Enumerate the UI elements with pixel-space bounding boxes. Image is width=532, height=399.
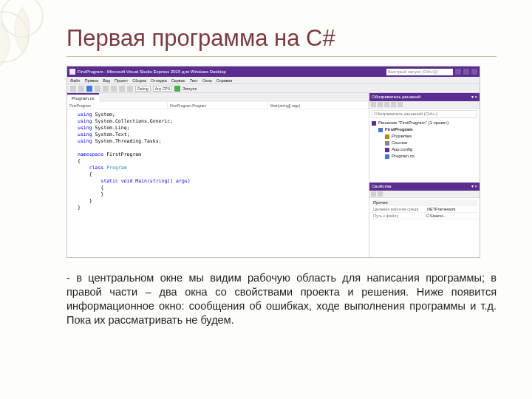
maximize-icon[interactable]	[463, 69, 469, 75]
slide-title: Первая программа на C#	[66, 25, 497, 57]
tree-appconfig[interactable]: App.config	[385, 146, 477, 153]
forward-icon[interactable]	[78, 86, 84, 92]
tree-project[interactable]: FirstProgram	[378, 126, 477, 133]
toolbar: Debug Any CPU Запуск	[67, 84, 480, 93]
back-icon[interactable]	[70, 86, 76, 92]
save-icon[interactable]	[103, 86, 109, 92]
platform-select[interactable]: Any CPU	[153, 86, 173, 92]
menu-debug[interactable]: Отладка	[151, 78, 167, 83]
menu-view[interactable]: Вид	[103, 78, 110, 83]
minimize-icon[interactable]	[455, 69, 461, 75]
editor-nav-bar: FirstProgram FirstProgram.Program Main(s…	[67, 102, 369, 109]
solution-explorer-header: Обозреватель решений ▾ ×	[369, 93, 480, 101]
show-all-icon[interactable]	[398, 102, 403, 107]
visual-studio-icon	[69, 69, 75, 75]
collapse-icon[interactable]	[384, 102, 389, 107]
menu-window[interactable]: Окно	[202, 78, 212, 83]
tree-properties[interactable]: Properties	[385, 133, 477, 140]
tree-solution-root[interactable]: Решение "FirstProgram" (1 проект)	[372, 120, 477, 126]
slide-body-text: - в центральном окне мы видим рабочую об…	[66, 271, 497, 327]
properties-panel-header: Свойства ▾ ×	[369, 183, 480, 191]
redo-icon[interactable]	[127, 86, 133, 92]
undo-icon[interactable]	[119, 86, 125, 92]
menu-bar: Файл Правка Вид Проект Сборка Отладка Се…	[67, 77, 480, 84]
tree-references[interactable]: Ссылки	[385, 140, 477, 146]
close-icon[interactable]	[471, 69, 477, 75]
nav-project[interactable]: FirstProgram	[67, 102, 168, 109]
menu-build[interactable]: Сборка	[132, 78, 146, 83]
menu-edit[interactable]: Правка	[85, 78, 99, 83]
nav-class[interactable]: FirstProgram.Program	[168, 102, 268, 109]
solution-search[interactable]: Обозреватель решений (Ctrl+;)	[372, 110, 477, 118]
start-icon[interactable]	[174, 86, 180, 92]
menu-project[interactable]: Проект	[115, 78, 128, 83]
menu-tools[interactable]: Сервис	[171, 78, 185, 83]
window-title: FirstProgram - Microsoft Visual Studio E…	[78, 69, 226, 74]
config-select[interactable]: Debug	[135, 86, 151, 92]
ide-screenshot: FirstProgram - Microsoft Visual Studio E…	[66, 66, 480, 258]
categorize-icon[interactable]	[371, 191, 376, 197]
solution-tree: Обозреватель решений (Ctrl+;) Решение "F…	[369, 109, 480, 183]
nav-method[interactable]: Main(string[] args)	[268, 102, 369, 109]
tree-programcs[interactable]: Program.cs	[385, 153, 477, 160]
ide-titlebar: FirstProgram - Microsoft Visual Studio E…	[67, 66, 480, 77]
code-editor[interactable]: using System; using System.Collections.G…	[67, 109, 369, 257]
tab-program-cs[interactable]: Program.cs	[67, 93, 99, 102]
editor-tabs: Program.cs	[67, 93, 369, 102]
solution-explorer-toolbar	[369, 101, 480, 109]
start-button[interactable]: Запуск	[183, 86, 197, 91]
quick-launch-input[interactable]: Быстрый запуск (Ctrl+Q)	[386, 69, 453, 75]
editor-area: Program.cs FirstProgram FirstProgram.Pro…	[67, 93, 369, 257]
home-icon[interactable]	[371, 102, 376, 107]
menu-help[interactable]: Справка	[216, 78, 233, 83]
properties-icon[interactable]	[391, 102, 396, 107]
save-all-icon[interactable]	[111, 86, 117, 92]
properties-panel-toolbar	[369, 191, 480, 198]
menu-file[interactable]: Файл	[70, 78, 81, 83]
new-project-icon[interactable]	[86, 86, 92, 92]
properties-grid: Прочее Целевая рабочая среда .NETFramewo…	[369, 198, 480, 257]
alpha-sort-icon[interactable]	[378, 191, 383, 197]
refresh-icon[interactable]	[378, 102, 383, 107]
open-icon[interactable]	[95, 86, 100, 92]
menu-test[interactable]: Тест	[190, 78, 198, 83]
